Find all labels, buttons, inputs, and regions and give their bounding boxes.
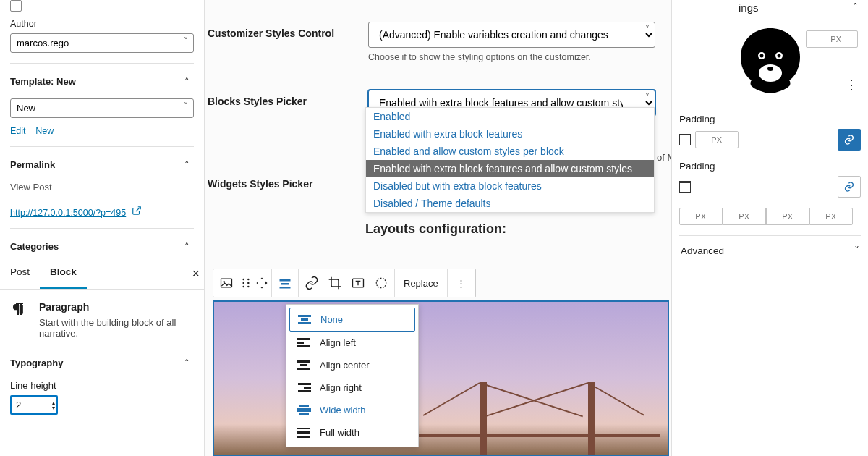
- svg-rect-9: [280, 279, 291, 282]
- align-wide[interactable]: Wide width: [289, 399, 415, 421]
- drag-handle-icon[interactable]: [238, 269, 254, 297]
- svg-point-13: [376, 278, 386, 287]
- typography-label: Typography: [10, 358, 63, 368]
- align-center-icon: [297, 360, 311, 371]
- link-icon[interactable]: [300, 269, 323, 297]
- align-left[interactable]: Align left: [289, 332, 415, 354]
- padding-top-input[interactable]: [679, 208, 723, 225]
- tab-block[interactable]: Block: [40, 259, 87, 289]
- alignment-menu: None Align left Align center Align right…: [286, 304, 419, 447]
- template-label: Template: New: [10, 76, 76, 87]
- dd-option[interactable]: Enabled with extra block features: [366, 125, 654, 143]
- svg-point-4: [242, 282, 244, 284]
- csc-helper: Choose if to show the styling options on…: [368, 52, 655, 62]
- image-block-icon[interactable]: [215, 269, 238, 297]
- svg-rect-10: [281, 283, 289, 285]
- categories-label: Categories: [10, 241, 59, 252]
- line-height-label: Line height: [10, 380, 194, 391]
- avatar-icon: [727, 21, 814, 108]
- align-none-icon: [297, 315, 312, 325]
- align-full[interactable]: Full width: [289, 421, 415, 444]
- svg-rect-11: [280, 287, 291, 289]
- chevron-up-icon: ˄: [179, 239, 194, 253]
- stepper-icon[interactable]: ▴▾: [52, 395, 55, 415]
- template-select[interactable]: New: [10, 98, 194, 118]
- bsp-label: Blocks Styles Picker: [208, 90, 368, 107]
- view-post-link[interactable]: View Post: [10, 182, 194, 193]
- duotone-icon[interactable]: [370, 269, 393, 297]
- move-icon[interactable]: [254, 269, 270, 297]
- csc-select[interactable]: (Advanced) Enable variables creation and…: [368, 22, 655, 48]
- padding-label-2: Padding: [679, 161, 861, 172]
- line-height-input[interactable]: [10, 395, 58, 415]
- chevron-up-icon[interactable]: ˄: [853, 1, 858, 14]
- svg-point-6: [247, 279, 250, 281]
- advanced-section-toggle[interactable]: Advanced ˅: [679, 235, 861, 265]
- align-right[interactable]: Align right: [289, 376, 415, 399]
- dd-option[interactable]: Disabled but with extra block features: [366, 177, 654, 195]
- align-full-icon: [297, 428, 311, 438]
- template-edit-link[interactable]: Edit: [10, 126, 26, 136]
- svg-point-19: [767, 67, 773, 71]
- block-toolbar: Replace ⋮: [213, 269, 476, 297]
- svg-point-8: [247, 286, 250, 288]
- dd-option[interactable]: Disabled / Theme defaults: [366, 195, 654, 212]
- typography-section-toggle[interactable]: Typography ˄: [10, 355, 194, 370]
- chevron-up-icon: ˄: [179, 355, 194, 370]
- more-icon[interactable]: ⋮: [845, 77, 858, 93]
- close-icon[interactable]: ×: [187, 259, 204, 289]
- px-input-top[interactable]: [806, 30, 858, 48]
- checkbox[interactable]: [10, 0, 22, 12]
- align-wide-icon: [297, 405, 311, 415]
- block-title: Paragraph: [39, 301, 194, 313]
- padding-label: Padding: [679, 114, 861, 124]
- replace-button[interactable]: Replace: [395, 269, 448, 297]
- tab-post[interactable]: Post: [0, 259, 40, 289]
- padding-right-input[interactable]: [723, 208, 766, 225]
- align-right-icon: [297, 383, 311, 393]
- svg-point-16: [760, 54, 763, 58]
- align-left-icon: [297, 338, 311, 348]
- align-none[interactable]: None: [289, 308, 415, 332]
- link-sides-icon[interactable]: [838, 129, 861, 151]
- padding-left-input[interactable]: [809, 208, 853, 225]
- padding-input[interactable]: [695, 131, 739, 148]
- block-description: Start with the building block of all nar…: [39, 317, 194, 339]
- box-model-icon[interactable]: [679, 134, 691, 145]
- svg-point-17: [777, 54, 780, 58]
- permalink-section-toggle[interactable]: Permalink ˄: [10, 157, 194, 172]
- dd-option-highlighted[interactable]: Enabled with extra block features and al…: [366, 160, 654, 177]
- align-center[interactable]: Align center: [289, 354, 415, 376]
- checkbox-partial-label: [27, 1, 30, 12]
- permalink-url[interactable]: http://127.0.0.1:5000/?p=495: [10, 208, 126, 218]
- text-overlay-icon[interactable]: [346, 269, 370, 297]
- permalink-label: Permalink: [10, 159, 55, 170]
- padding-bottom-input[interactable]: [766, 208, 809, 225]
- wsp-label: Widgets Styles Picker: [208, 172, 368, 190]
- svg-line-0: [136, 207, 140, 211]
- dd-option[interactable]: Enabled: [366, 108, 654, 125]
- align-button[interactable]: [273, 269, 297, 297]
- chevron-up-icon: ˄: [179, 157, 194, 172]
- paragraph-icon: [10, 301, 27, 318]
- more-options-icon[interactable]: ⋮: [448, 269, 475, 297]
- dd-option[interactable]: Enabled and allow custom styles per bloc…: [366, 143, 654, 160]
- svg-point-5: [242, 286, 244, 288]
- author-select[interactable]: marcos.rego: [10, 33, 194, 53]
- unlink-sides-icon[interactable]: [838, 176, 861, 198]
- chevron-up-icon: ˄: [179, 74, 194, 88]
- bsp-dropdown[interactable]: Enabled Enabled with extra block feature…: [365, 107, 655, 213]
- svg-rect-1: [221, 279, 232, 287]
- partial-heading: ings: [739, 1, 759, 14]
- svg-point-7: [247, 282, 250, 284]
- author-label: Author: [10, 19, 194, 29]
- box-model-icon[interactable]: [679, 181, 691, 193]
- categories-section-toggle[interactable]: Categories ˄: [10, 239, 194, 253]
- template-section-toggle[interactable]: Template: New ˄: [10, 74, 194, 88]
- crop-icon[interactable]: [323, 269, 346, 297]
- template-new-link[interactable]: New: [35, 126, 54, 136]
- external-link-icon: [132, 206, 142, 218]
- csc-label: Customizer Styles Control: [208, 22, 368, 39]
- svg-point-3: [242, 279, 244, 281]
- image-block[interactable]: [213, 300, 669, 456]
